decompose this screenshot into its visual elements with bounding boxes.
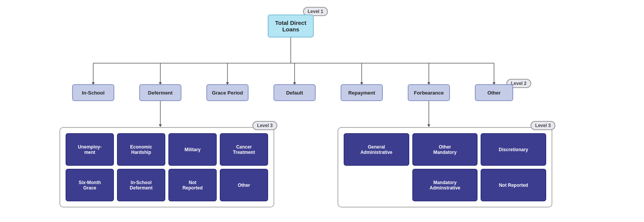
l3-empty-slot	[344, 169, 409, 201]
node-default[interactable]: Default	[273, 84, 316, 101]
node-grace-period[interactable]: Grace Period	[206, 84, 249, 101]
node-in-school[interactable]: In-School	[72, 84, 114, 101]
node-forbearance[interactable]: Forbearance	[408, 84, 450, 101]
l3-military[interactable]: Military	[168, 133, 217, 166]
node-deferment[interactable]: Deferment	[139, 84, 181, 101]
l3-in-school-deferment[interactable]: In-School Deferment	[117, 169, 165, 201]
l3-not-reported-left[interactable]: Not Reported	[168, 169, 217, 201]
l3-discretionary[interactable]: Discretionary	[481, 133, 546, 166]
node-other-l2[interactable]: Other	[475, 84, 513, 101]
l3-general-administrative[interactable]: General Administrative	[344, 133, 409, 166]
level3-badge-left: Level 3	[252, 121, 277, 130]
root-node: Total Direct Loans	[268, 15, 314, 38]
svg-marker-19	[427, 124, 430, 127]
l3-six-month-grace[interactable]: Six-Month Grace	[66, 169, 114, 201]
svg-marker-17	[159, 124, 162, 127]
l3-other-left[interactable]: Other	[220, 169, 268, 201]
l3-not-reported-right[interactable]: Not Reported	[481, 169, 546, 201]
l3-unemployment[interactable]: Unemploy- ment	[66, 133, 114, 166]
level3-badge-right: Level 3	[530, 121, 555, 130]
diagram-container: Level 1 Total Direct Loans Level 2 In-Sc…	[0, 0, 644, 222]
l3-economic-hardship[interactable]: Economic Hardship	[117, 133, 165, 166]
l3-other-mandatory[interactable]: Other Mandatory	[412, 133, 478, 166]
forbearance-group: Level 3 General Administrative Other Man…	[338, 127, 552, 207]
l3-cancer-treatment[interactable]: Cancer Treatment	[220, 133, 268, 166]
l3-mandatory-administrative[interactable]: Mandatory Adminstrative	[412, 169, 478, 201]
deferment-group: Level 3 Unemploy- ment Economic Hardship…	[59, 127, 274, 207]
node-repayment[interactable]: Repayment	[341, 84, 383, 101]
